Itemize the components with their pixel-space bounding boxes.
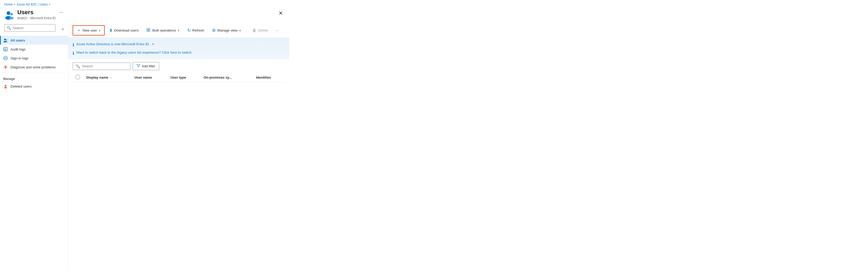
bulk-operations-button[interactable]: Bulk operations ∨ <box>143 26 183 35</box>
info-banner-legacy: ℹ Want to switch back to the legacy user… <box>72 49 285 57</box>
more-options-button[interactable]: ··· <box>272 27 282 34</box>
user-type-label: User type <box>170 75 186 80</box>
add-filter-button[interactable]: Add filter <box>132 62 159 70</box>
download-users-button[interactable]: ⬇ Download users <box>106 26 142 34</box>
bulk-chevron-icon: ∨ <box>178 29 179 32</box>
close-button[interactable]: ✕ <box>276 9 285 17</box>
display-name-label: Display name <box>86 75 108 80</box>
select-all-checkbox[interactable] <box>76 75 80 79</box>
svg-point-4 <box>4 39 6 40</box>
bulk-icon <box>147 28 151 33</box>
display-name-sort-icon: ↑ <box>110 76 112 79</box>
sidebar-item-all-users[interactable]: All users <box>0 36 68 45</box>
sidebar-item-all-users-label: All users <box>10 38 25 42</box>
sidebar-item-sign-in-logs-label: Sign-in logs <box>10 56 28 60</box>
manage-view-button[interactable]: ⚙ Manage view ∨ <box>209 26 244 34</box>
main-search-box[interactable]: 🔍 <box>72 63 130 70</box>
plus-icon: ＋ <box>77 28 81 33</box>
download-icon: ⬇ <box>109 28 113 33</box>
sidebar-item-sign-in-logs[interactable]: Sign-in logs <box>0 54 68 63</box>
breadcrumb-sep1: > <box>14 3 16 6</box>
search-filter-bar: 🔍 Add filter <box>68 59 289 73</box>
breadcrumb: Home > Azure AD B2C | Users > <box>0 0 289 8</box>
diagnose-icon <box>3 65 8 69</box>
table-container: Display name ↑ User name User type On-pr… <box>68 73 289 271</box>
sidebar-divider <box>3 72 65 73</box>
sidebar-item-deleted-users-label: Deleted users <box>10 84 32 88</box>
users-table: Display name ↑ User name User type On-pr… <box>72 73 285 82</box>
header-more-button[interactable]: ··· <box>58 9 65 16</box>
filter-icon <box>136 64 140 68</box>
display-name-column-header[interactable]: Display name ↑ <box>83 73 131 82</box>
sidebar-item-audit-logs[interactable]: Audit logs <box>0 45 68 54</box>
identities-label: Identities <box>256 75 271 80</box>
on-premises-label: On-premises sy... <box>204 75 232 80</box>
users-icon <box>4 9 15 20</box>
select-all-column <box>72 73 83 82</box>
new-user-button[interactable]: ＋ New user ∨ <box>73 26 104 35</box>
ext-link-icon-1: ↗ <box>152 42 154 46</box>
page-title-group: Users testb2c - Microsoft Entra ID <box>18 9 56 20</box>
info-banner-entra-text: Azure Active Directory is now Microsoft … <box>76 42 154 46</box>
delete-label: Delete <box>258 28 268 32</box>
sidebar-item-deleted-users[interactable]: Deleted users <box>0 82 68 91</box>
main-content: 3 ＋ New user ∨ ⬇ Download users <box>68 23 289 271</box>
main-search-input[interactable] <box>82 64 128 68</box>
breadcrumb-sep2: > <box>49 3 51 6</box>
new-user-chevron-icon: ∨ <box>99 29 100 32</box>
svg-rect-18 <box>147 28 148 30</box>
refresh-icon: ↻ <box>187 28 191 33</box>
svg-point-0 <box>7 11 10 15</box>
info-banners: ℹ Azure Active Directory is now Microsof… <box>68 38 289 59</box>
sidebar-search-icon: 🔍 <box>7 26 11 30</box>
sidebar: 🔍 « All users <box>0 23 68 271</box>
svg-rect-10 <box>4 49 7 50</box>
sidebar-search-box[interactable]: 🔍 <box>4 24 56 32</box>
sidebar-item-diagnose[interactable]: Diagnose and solve problems <box>0 63 68 71</box>
manage-view-chevron-icon: ∨ <box>239 29 241 32</box>
sidebar-collapse-button[interactable]: « <box>60 26 66 32</box>
info-banner-legacy-link[interactable]: Want to switch back to the legacy users … <box>76 51 192 55</box>
table-header: Display name ↑ User name User type On-pr… <box>72 73 285 82</box>
svg-rect-19 <box>147 30 148 32</box>
svg-point-2 <box>10 13 13 16</box>
svg-rect-9 <box>4 49 6 49</box>
manage-section-label: Manage <box>0 74 68 82</box>
breadcrumb-azure[interactable]: Azure AD B2C | Users <box>17 3 48 6</box>
audit-logs-icon <box>3 47 8 52</box>
identities-column-header: Identities <box>253 73 285 82</box>
svg-point-3 <box>9 17 14 20</box>
svg-point-17 <box>4 87 7 89</box>
new-user-button-wrapper: ＋ New user ∨ <box>72 25 105 35</box>
sidebar-search-input[interactable] <box>12 26 53 30</box>
sidebar-item-audit-logs-label: Audit logs <box>10 47 26 51</box>
delete-button[interactable]: 🗑 Delete <box>249 27 272 34</box>
sign-in-icon <box>3 56 8 60</box>
add-filter-label: Add filter <box>142 64 155 68</box>
toolbar: ＋ New user ∨ ⬇ Download users <box>68 23 289 38</box>
on-premises-column-header: On-premises sy... <box>200 73 253 82</box>
svg-rect-20 <box>149 28 150 30</box>
refresh-button[interactable]: ↻ Refresh <box>184 26 208 34</box>
gear-icon: ⚙ <box>212 28 216 33</box>
page-header: Users testb2c - Microsoft Entra ID ··· ✕ <box>0 8 289 23</box>
sidebar-item-diagnose-label: Diagnose and solve problems <box>10 65 56 69</box>
svg-rect-11 <box>4 50 6 51</box>
table-header-row: Display name ↑ User name User type On-pr… <box>72 73 285 82</box>
svg-point-7 <box>6 41 8 42</box>
user-type-column-header: User type <box>167 73 200 82</box>
delete-icon: 🗑 <box>252 28 256 33</box>
svg-point-6 <box>6 39 7 41</box>
info-icon-1: ℹ <box>72 42 74 47</box>
info-icon-2: ℹ <box>72 51 74 56</box>
info-banner-entra: ℹ Azure Active Directory is now Microsof… <box>72 40 285 49</box>
user-name-column-header: User name <box>131 73 167 82</box>
svg-rect-21 <box>149 30 150 32</box>
svg-point-16 <box>5 85 7 87</box>
info-banner-entra-link[interactable]: Azure Active Directory is now Microsoft … <box>76 42 150 46</box>
sidebar-search-row: 🔍 « <box>2 24 66 34</box>
toolbar-separator <box>246 27 247 34</box>
breadcrumb-home[interactable]: Home <box>4 3 12 6</box>
manage-view-label: Manage view <box>217 28 238 32</box>
download-users-label: Download users <box>114 28 138 32</box>
